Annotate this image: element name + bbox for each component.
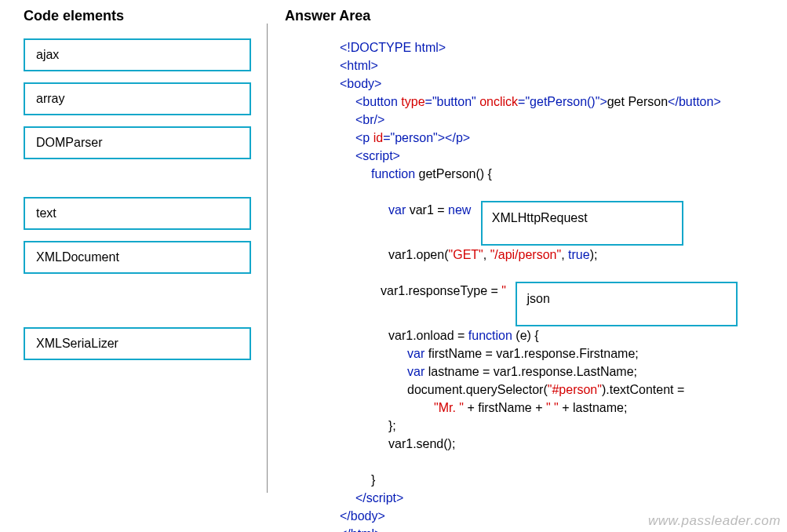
code-text: onclick [479, 95, 518, 108]
code-text: document.querySelector( [407, 383, 548, 396]
code-text: <body> [340, 77, 381, 90]
code-text: <button [355, 95, 401, 108]
code-element-domparser[interactable]: DOMParser [24, 126, 251, 159]
code-text: "#person" [548, 383, 602, 396]
code-text: "/api/person" [490, 248, 562, 261]
code-element-xmlserializer[interactable]: XMLSeriaLizer [24, 327, 251, 360]
code-text: " [501, 284, 506, 297]
code-text: getPerson() { [415, 167, 492, 180]
code-elements-column: Code elements ajax array DOMParser text … [24, 8, 267, 524]
code-text: <script> [355, 149, 400, 162]
code-text: get Person [607, 95, 668, 108]
code-text: <p [355, 131, 373, 144]
code-text: ).textContent = [602, 383, 684, 396]
code-text: </button> [668, 95, 721, 108]
code-text: + lastname; [559, 401, 628, 414]
code-text: + firstName + [464, 401, 546, 414]
code-text: "Mr. " [434, 401, 464, 414]
code-text: new [448, 203, 471, 217]
code-text: var1.responseType = [381, 284, 501, 297]
code-text: lastname = var1.response.LastName; [424, 365, 637, 378]
answer-area-column: Answer Area <!DOCTYPE html> <html> <body… [268, 8, 771, 524]
code-text: </body> [340, 509, 385, 523]
watermark-text: www.passleader.com [648, 513, 781, 529]
code-text: var1 = [406, 203, 448, 217]
code-element-array[interactable]: array [24, 82, 251, 115]
code-text: function [468, 329, 516, 342]
code-text: (e) { [516, 329, 538, 342]
code-text: <html> [340, 59, 378, 72]
code-text: var1.send(); [388, 437, 455, 450]
code-text: , [483, 248, 490, 261]
code-text: <!DOCTYPE html> [340, 41, 446, 54]
code-text: true [568, 248, 590, 261]
drop-target-1[interactable]: XMLHttpRequest [481, 201, 683, 246]
page-root: Code elements ajax array DOMParser text … [0, 0, 787, 532]
code-text: type [401, 95, 424, 108]
code-text: }; [388, 419, 396, 432]
code-elements-heading: Code elements [24, 8, 251, 24]
code-text: firstName = var1.response.Firstname; [424, 347, 639, 360]
code-text: var [407, 347, 424, 360]
code-text: </script> [355, 491, 403, 505]
code-text: function [371, 167, 415, 180]
code-text: " " [546, 401, 559, 414]
code-text: ="button" [425, 95, 480, 108]
drop-target-2[interactable]: json [516, 282, 738, 326]
code-text: ); [590, 248, 598, 261]
answer-area-heading: Answer Area [285, 8, 771, 24]
code-block: <!DOCTYPE html> <html> <body> <button ty… [285, 38, 771, 532]
code-element-ajax[interactable]: ajax [24, 38, 251, 71]
code-text: "GET" [449, 248, 483, 261]
code-text: ="person"> [383, 131, 445, 144]
code-text: <br/> [355, 113, 384, 126]
code-text: var1.onload = [388, 329, 468, 342]
code-text: var1.open( [388, 248, 449, 261]
code-text: ="getPerson()"> [518, 95, 607, 108]
code-text: id [373, 131, 383, 144]
code-text: </p> [445, 131, 470, 144]
code-text: </html> [340, 527, 381, 532]
code-text: var [407, 365, 424, 378]
code-element-xmldocument[interactable]: XMLDocument [24, 241, 251, 274]
code-element-text[interactable]: text [24, 197, 251, 230]
code-text: var [388, 203, 406, 217]
code-text: } [371, 473, 375, 486]
code-text: , [561, 248, 568, 261]
